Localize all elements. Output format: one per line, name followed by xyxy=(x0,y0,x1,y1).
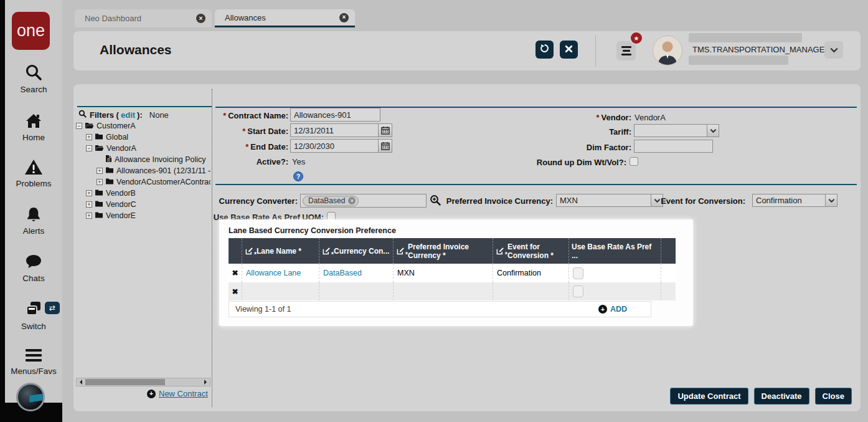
action-bar: Update Contract Deactivate Close xyxy=(670,388,852,405)
event-for-conversion-select[interactable]: Confirmation xyxy=(752,194,837,207)
sidebar-item-search[interactable]: Search xyxy=(5,63,62,94)
main-panel: Filters (edit): None − CustomerA + Globa… xyxy=(73,84,861,411)
sidebar-label: Menus/Favs xyxy=(5,367,62,376)
tree-node-label: VendorA xyxy=(106,144,136,153)
viewing-count: Viewing 1-1 of 1 xyxy=(235,305,291,314)
preferred-invoice-currency-value: MXN xyxy=(557,196,651,205)
redacted-user-org xyxy=(689,55,788,65)
tree-node-vendore[interactable]: + VendorE xyxy=(76,210,210,221)
end-date-input[interactable] xyxy=(290,139,379,153)
user-avatar[interactable] xyxy=(653,36,682,65)
document-icon xyxy=(105,155,112,165)
tree-node-vendoracustomeracontract[interactable]: + VendorACustomerAContract-C xyxy=(76,176,210,188)
sidebar-item-problems[interactable]: Problems xyxy=(5,158,62,188)
lane-table: * Lane Name * * Currency Con... * Prefer… xyxy=(229,238,676,300)
switch-icon xyxy=(24,300,43,321)
expand-icon[interactable]: + xyxy=(86,213,92,219)
column-header-preferred-invoice-currency[interactable]: * Preferred Invoice Currency * xyxy=(394,238,493,264)
edit-column-icon: * xyxy=(496,247,505,256)
tree-node-allowances-901[interactable]: + Allowances-901 (12/31/11 - 12 xyxy=(76,165,210,176)
new-contract-label[interactable]: New Contract xyxy=(159,389,208,398)
new-contract-link[interactable]: + New Contract xyxy=(147,389,208,398)
filters-edit-link[interactable]: edit xyxy=(121,110,135,120)
page-title: Allowances xyxy=(100,42,172,57)
tab-allowances[interactable]: Allowances × xyxy=(215,9,355,27)
swap-glyph: ⇄ xyxy=(49,304,55,312)
close-window-button[interactable] xyxy=(560,41,578,59)
scroll-left-icon[interactable] xyxy=(77,378,84,386)
refresh-button[interactable] xyxy=(535,41,554,59)
preferred-invoice-currency-select[interactable]: MXN xyxy=(556,194,663,207)
sidebar-item-alerts[interactable]: Alerts xyxy=(5,206,62,236)
refresh-icon xyxy=(539,43,550,56)
folder-icon xyxy=(95,200,103,209)
update-contract-button[interactable]: Update Contract xyxy=(670,388,748,405)
delete-row-icon[interactable]: ✖ xyxy=(232,269,238,277)
start-date-input[interactable] xyxy=(290,123,379,137)
edit-column-icon: * xyxy=(245,247,254,256)
add-row-button[interactable]: + ADD xyxy=(598,305,627,314)
column-header-currency-converter[interactable]: * Currency Con... xyxy=(319,238,394,264)
use-base-rate-row-checkbox[interactable] xyxy=(573,267,583,279)
close-tab-icon[interactable]: × xyxy=(196,14,205,23)
column-header-use-base-rate[interactable]: Use Base Rate As Pref ... xyxy=(569,238,661,264)
chevron-down-icon[interactable] xyxy=(707,125,719,137)
filters-value: None xyxy=(149,110,169,120)
calendar-icon[interactable] xyxy=(379,139,392,153)
user-dropdown-button[interactable] xyxy=(824,41,843,59)
expand-icon[interactable]: + xyxy=(97,179,103,185)
column-header-event-for-conversion[interactable]: * Event for Conversion * xyxy=(493,238,569,264)
collapse-icon[interactable]: − xyxy=(76,123,82,129)
tariff-select[interactable] xyxy=(634,124,719,137)
lane-name-link[interactable]: Allowance Lane xyxy=(246,269,301,277)
currency-converter-chip[interactable]: DataBased × xyxy=(303,196,359,206)
use-base-rate-row-checkbox[interactable] xyxy=(573,285,583,297)
sidebar-label: Alerts xyxy=(5,226,62,236)
lane-table-footer: Viewing 1-1 of 1 + ADD xyxy=(229,301,651,317)
currency-converter-link[interactable]: DataBased xyxy=(323,269,362,277)
warning-icon xyxy=(24,158,44,178)
vendor-link[interactable]: VendorA xyxy=(634,113,666,122)
table-row-empty[interactable]: ✖ xyxy=(229,282,676,300)
dim-factor-input[interactable] xyxy=(634,140,713,153)
sidebar-item-menus-favs[interactable]: Menus/Favs xyxy=(5,347,62,376)
expand-icon[interactable]: + xyxy=(97,168,103,174)
one-logo[interactable]: one xyxy=(12,12,50,50)
column-label: Event for Conversion * xyxy=(507,242,566,260)
sidebar-label: Search xyxy=(5,85,62,94)
contract-name-input[interactable] xyxy=(290,108,380,122)
x-glyph: × xyxy=(351,198,354,204)
switch-badge-icon[interactable]: ⇄ xyxy=(45,302,60,314)
preferred-invoice-currency-cell: MXN xyxy=(397,269,415,277)
expand-icon[interactable]: + xyxy=(86,134,92,140)
currency-converter-input[interactable]: DataBased × xyxy=(300,194,427,208)
avatar-image xyxy=(653,36,682,65)
column-header-lane-name[interactable]: * Lane Name * xyxy=(242,238,319,264)
sidebar-item-chats[interactable]: Chats xyxy=(5,253,62,283)
collapse-icon[interactable]: − xyxy=(86,145,92,151)
table-row[interactable]: ✖ Allowance Lane DataBased MXN Confirmat… xyxy=(229,264,676,282)
tree-horizontal-scrollbar[interactable] xyxy=(76,378,210,386)
expand-icon[interactable]: + xyxy=(86,190,92,196)
expand-icon[interactable]: + xyxy=(86,201,92,208)
help-icon[interactable]: ? xyxy=(293,171,303,181)
event-for-conversion-label: Event for Conversion: xyxy=(652,196,745,206)
scroll-right-icon[interactable] xyxy=(202,378,210,386)
calendar-icon[interactable] xyxy=(379,123,392,137)
chevron-down-icon[interactable] xyxy=(825,194,837,206)
delete-row-icon[interactable]: ✖ xyxy=(232,287,238,296)
chat-icon xyxy=(24,253,43,273)
remove-chip-icon[interactable]: × xyxy=(348,197,356,204)
round-up-checkbox[interactable] xyxy=(630,157,638,166)
pane-divider[interactable] xyxy=(212,89,212,407)
folder-icon xyxy=(95,133,103,141)
notification-badge[interactable]: ★ xyxy=(630,31,643,45)
assistant-avatar[interactable] xyxy=(16,383,45,411)
close-button[interactable]: Close xyxy=(815,388,852,405)
section-divider-rule xyxy=(215,184,857,185)
tab-neo-dashboard[interactable]: Neo Dashboard × xyxy=(75,9,212,27)
sidebar-item-home[interactable]: Home xyxy=(5,112,62,142)
deactivate-button[interactable]: Deactivate xyxy=(754,388,809,405)
scrollbar-thumb[interactable] xyxy=(85,379,165,385)
close-tab-icon[interactable]: × xyxy=(339,13,349,22)
